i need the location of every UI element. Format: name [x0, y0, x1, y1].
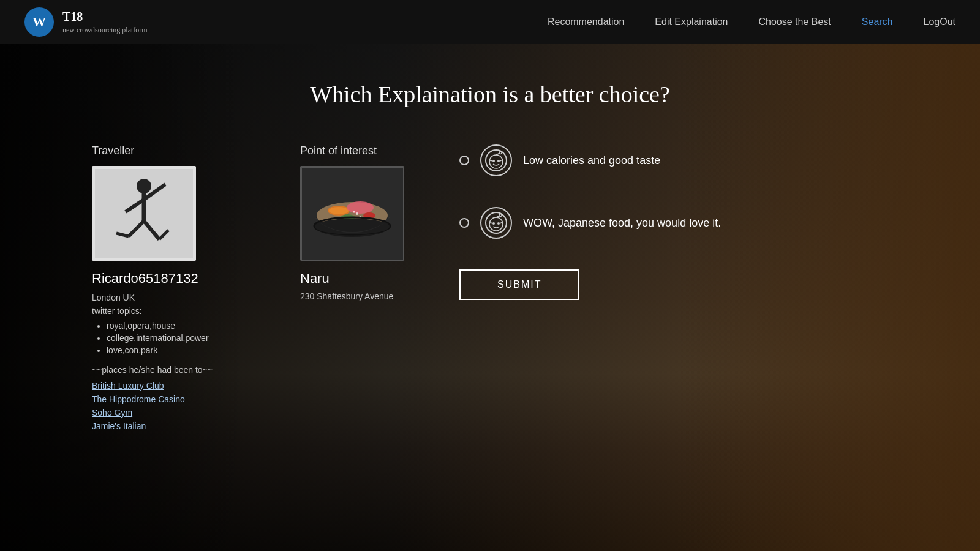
hero-title: Which Explaination is a better choice? [92, 81, 888, 108]
reddit-icon-1 [480, 144, 512, 176]
food-illustration [302, 168, 403, 260]
svg-point-25 [499, 152, 502, 154]
nav-links: Recommendation Edit Explaination Choose … [548, 17, 956, 28]
svg-point-1 [137, 179, 151, 193]
nav-logout[interactable]: LogOut [924, 17, 956, 28]
svg-point-13 [329, 207, 349, 214]
choice-radio-col-2 [459, 218, 469, 228]
place-link-1[interactable]: British Luxury Club [92, 381, 263, 391]
places-label: ~~places he/she had been to~~ [92, 365, 263, 375]
choice-radio-2[interactable] [459, 218, 469, 228]
svg-point-22 [486, 150, 507, 171]
poi-section: Point of interest [300, 144, 423, 301]
traveller-location: London UK [92, 293, 263, 302]
traveller-section: Traveller [92, 144, 263, 431]
choice-radio-1[interactable] [459, 156, 469, 165]
poi-label: Point of interest [300, 144, 423, 157]
choice-text-2: WOW, Japanese food, you would love it. [523, 217, 721, 230]
svg-point-16 [356, 212, 358, 215]
place-links: British Luxury Club The Hippodrome Casin… [92, 381, 263, 431]
brand-text: T18 new crowdsourcing platform [62, 9, 148, 35]
main-layout: Traveller [92, 144, 888, 431]
poi-photo [300, 166, 404, 261]
svg-point-33 [497, 222, 500, 225]
submit-button[interactable]: SUBMIT [459, 269, 579, 300]
traveller-photo [92, 166, 196, 261]
svg-point-14 [347, 201, 374, 214]
svg-point-26 [492, 160, 495, 162]
topic-1: royal,opera,house [107, 321, 263, 331]
choice-item-2: WOW, Japanese food, you would love it. [459, 207, 888, 239]
choice-item-1: Low calories and good taste [459, 144, 888, 176]
traveller-name: Ricardo65187132 [92, 271, 263, 287]
dancer-illustration [95, 169, 193, 258]
explanation-section: Low calories and good taste [459, 144, 888, 300]
nav-choose-best[interactable]: Choose the Best [759, 17, 831, 28]
svg-point-31 [499, 214, 502, 217]
topic-3: love,con,park [107, 345, 263, 355]
nav-edit-explaination[interactable]: Edit Explaination [655, 17, 728, 28]
svg-point-27 [497, 160, 500, 162]
brand-name: T18 [62, 9, 148, 24]
navbar: W T18 new crowdsourcing platform Recomme… [0, 0, 980, 44]
hero-content: Which Explaination is a better choice? T… [0, 44, 980, 468]
brand-subtitle: new crowdsourcing platform [62, 26, 148, 34]
nav-search[interactable]: Search [862, 17, 893, 28]
svg-point-23 [489, 155, 503, 168]
svg-point-18 [353, 211, 355, 212]
choice-radio-col-1 [459, 156, 469, 165]
nav-recommendation[interactable]: Recommendation [548, 17, 624, 28]
poi-name: Naru [300, 271, 423, 287]
brand-logo: W [24, 7, 54, 37]
choice-text-1: Low calories and good taste [523, 154, 660, 167]
twitter-topics: royal,opera,house college,international,… [92, 321, 263, 355]
svg-point-32 [492, 222, 495, 225]
place-link-3[interactable]: Soho Gym [92, 408, 263, 418]
place-link-2[interactable]: The Hippodrome Casino [92, 394, 263, 404]
poi-address: 230 Shaftesbury Avenue [300, 291, 423, 301]
reddit-icon-2 [480, 207, 512, 239]
traveller-label: Traveller [92, 144, 263, 157]
twitter-label: twitter topics: [92, 306, 263, 316]
hero-section: Which Explaination is a better choice? T… [0, 44, 980, 551]
svg-point-29 [489, 217, 503, 231]
topic-2: college,international,power [107, 333, 263, 343]
place-link-4[interactable]: Jamie's Italian [92, 421, 263, 431]
brand: W T18 new crowdsourcing platform [24, 7, 148, 37]
svg-point-28 [486, 212, 507, 233]
